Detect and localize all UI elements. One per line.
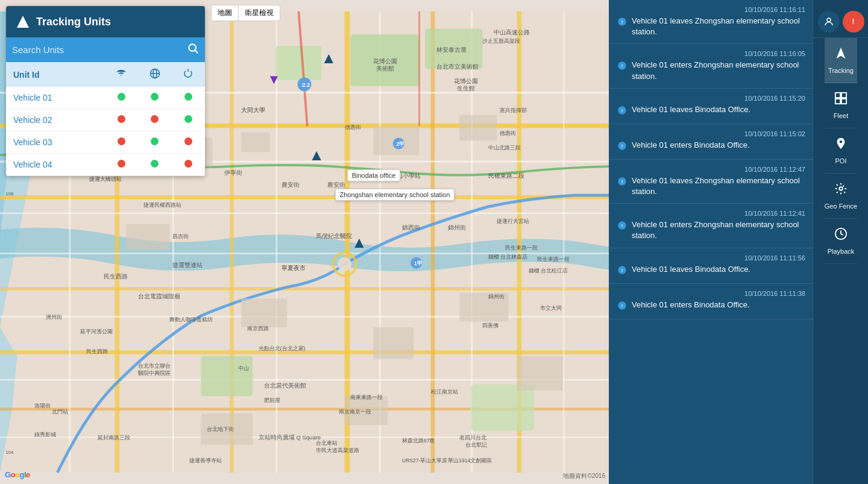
- svg-text:台北市立美術館: 台北市立美術館: [436, 63, 479, 70]
- svg-rect-15: [0, 316, 609, 318]
- table-row[interactable]: Vehicle 03: [6, 131, 205, 154]
- map-type-map[interactable]: 地圖: [211, 5, 239, 21]
- svg-text:洛陽街: 洛陽街: [34, 403, 51, 409]
- activity-content: !Vehicle 01 leaves Binodata Office.: [617, 104, 805, 118]
- user-icon-btn[interactable]: [818, 11, 840, 33]
- alert-icon: !: [617, 61, 627, 73]
- svg-text:伊寧街: 伊寧街: [224, 169, 242, 176]
- nav-item-fleet[interactable]: Fleet: [825, 83, 857, 128]
- alert-icon: !: [617, 265, 627, 277]
- table-header-row: Unit Id: [6, 62, 205, 87]
- power-status: [172, 154, 205, 176]
- activity-item: 10/10/2016 11:12:47!Vehicle 01 leaves Zh…: [609, 160, 814, 204]
- nav-item-poi[interactable]: POI: [825, 128, 857, 174]
- alert-icon: !: [617, 221, 627, 233]
- activity-timestamp: 10/10/2016 11:16:11: [617, 6, 805, 13]
- vehicle-pin-3: ▲: [351, 233, 367, 252]
- activity-content: !Vehicle 01 enters Binodata Office.: [617, 300, 805, 313]
- alert-icon: !: [617, 301, 627, 313]
- map-type-buttons: 地圖 衛星檢視: [211, 5, 280, 21]
- svg-text:民生東路一段: 民生東路一段: [505, 245, 538, 251]
- grid-icon: [834, 92, 848, 108]
- signal-status: [105, 87, 138, 109]
- activity-timestamp: 10/10/2016 11:12:47: [617, 166, 805, 173]
- top-nav-icons: !: [814, 6, 868, 38]
- svg-text:民生東路一段: 民生東路一段: [537, 256, 570, 262]
- notification-btn[interactable]: !: [843, 11, 864, 33]
- activity-content: !Vehicle 01 enters Zhongshan elementary …: [617, 219, 805, 241]
- svg-text:沙止五股高架段: 沙止五股高架段: [482, 38, 520, 44]
- activity-text: Vehicle 01 enters Zhongshan elementary s…: [632, 60, 805, 81]
- svg-point-119: [189, 44, 196, 51]
- svg-text:中山北路三段: 中山北路三段: [488, 145, 521, 151]
- svg-rect-31: [241, 132, 270, 152]
- svg-text:美術館: 美術館: [376, 65, 394, 72]
- svg-rect-26: [275, 46, 321, 80]
- nav-item-tracking[interactable]: Tracking: [825, 38, 857, 83]
- svg-text:德惠街: 德惠街: [500, 130, 516, 136]
- svg-text:錢櫃 台北林森店: 錢櫃 台北林森店: [488, 254, 527, 260]
- col-power: [172, 62, 205, 87]
- svg-text:台北犁記: 台北犁記: [465, 442, 487, 448]
- svg-marker-141: [837, 48, 846, 58]
- unit-table: Unit Id Vehicle 01Vehicle 02Vehicle 03Ve…: [6, 62, 205, 176]
- right-nav: ! TrackingFleetPOIGeo FencePlayback: [814, 0, 868, 484]
- activity-content: !Vehicle 01 leaves Zhongshan elementary …: [617, 175, 805, 197]
- svg-line-120: [195, 51, 198, 54]
- signal-status: [105, 154, 138, 176]
- location-arrow-icon: [834, 46, 848, 63]
- svg-text:!: !: [621, 267, 623, 272]
- nav-item-playback[interactable]: Playback: [825, 219, 857, 264]
- gps-status: [138, 109, 171, 131]
- svg-text:老四川台北: 老四川台北: [459, 435, 486, 441]
- signal-status: [105, 131, 138, 154]
- nav-item-geo-fence[interactable]: Geo Fence: [825, 174, 857, 219]
- activity-panel: 10/10/2016 11:16:11!Vehicle 01 leaves Zh…: [609, 0, 814, 484]
- user-icon: [823, 16, 834, 27]
- svg-text:中山高速公路: 中山高速公路: [494, 29, 530, 36]
- svg-rect-143: [841, 93, 846, 98]
- nav-label-poi: POI: [835, 157, 847, 165]
- svg-text:!: !: [621, 303, 623, 308]
- search-bar: [6, 37, 205, 62]
- svg-text:中山: 中山: [238, 365, 249, 371]
- globe-icon: [149, 68, 160, 79]
- svg-text:延平河濱公園: 延平河濱公園: [80, 328, 113, 335]
- svg-text:市立大同: 市立大同: [540, 305, 562, 311]
- activity-text: Vehicle 01 enters Binodata Office.: [632, 300, 750, 310]
- svg-text:108: 108: [6, 191, 14, 196]
- svg-text:台北當代美術館: 台北當代美術館: [264, 382, 306, 389]
- svg-text:104: 104: [6, 450, 14, 455]
- activity-content: !Vehicle 01 leaves Binodata Office.: [617, 264, 805, 277]
- svg-text:台北市立聯合: 台北市立聯合: [138, 363, 171, 369]
- svg-text:捷運善導寺站: 捷運善導寺站: [189, 457, 222, 464]
- signal-status: [105, 109, 138, 131]
- gps-status: [138, 87, 171, 109]
- map-type-satellite[interactable]: 衛星檢視: [239, 5, 280, 21]
- vehicle-pin-4: ▼: [268, 72, 281, 87]
- panel-header: Tracking Units: [6, 6, 205, 37]
- binodata-label: Binodata office: [347, 169, 401, 181]
- table-row[interactable]: Vehicle 02: [6, 109, 205, 131]
- svg-text:農安街: 農安街: [327, 181, 345, 188]
- table-row[interactable]: Vehicle 01: [6, 87, 205, 109]
- vehicle-pin-1: ▲: [309, 146, 324, 165]
- svg-rect-33: [459, 115, 497, 140]
- svg-text:北門站: 北門站: [52, 409, 68, 415]
- svg-text:錦州街: 錦州街: [488, 294, 505, 300]
- activity-item: 10/10/2016 11:15:20!Vehicle 01 leaves Bi…: [609, 89, 814, 124]
- search-input[interactable]: [12, 45, 183, 55]
- svg-text:2甲: 2甲: [396, 141, 404, 147]
- activity-content: !Vehicle 01 enters Binodata Office.: [617, 140, 805, 153]
- svg-text:1甲: 1甲: [414, 260, 423, 266]
- svg-rect-142: [835, 93, 840, 98]
- svg-point-146: [839, 187, 843, 190]
- svg-text:花博公園: 花博公園: [373, 58, 397, 64]
- search-button[interactable]: [187, 42, 199, 57]
- table-row[interactable]: Vehicle 04: [6, 154, 205, 176]
- activity-item: 10/10/2016 11:16:05!Vehicle 01 enters Zh…: [609, 44, 814, 88]
- svg-text:民權東路二段: 民權東路二段: [488, 172, 524, 179]
- svg-text:民生西路: 民生西路: [104, 273, 128, 280]
- activity-item: 10/10/2016 11:15:02!Vehicle 01 enters Bi…: [609, 124, 814, 160]
- activity-timestamp: 10/10/2016 11:11:38: [617, 290, 805, 297]
